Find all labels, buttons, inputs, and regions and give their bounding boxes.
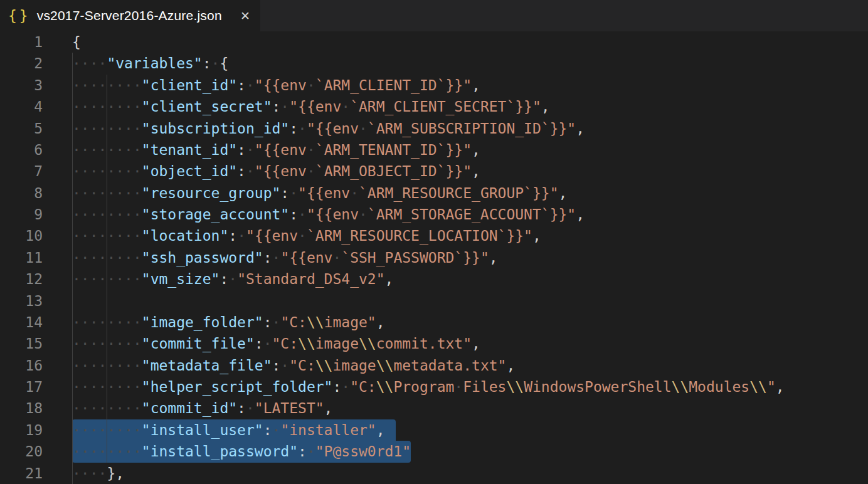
line-number[interactable]: 9 (0, 204, 43, 225)
line-number[interactable]: 8 (0, 182, 43, 204)
code-line[interactable]: 20········"install_password":·"P@ssw0rd1… (0, 441, 868, 462)
code-text: ········"resource_group":·"{{env·`ARM_RE… (72, 182, 567, 204)
line-number[interactable]: 5 (0, 118, 43, 139)
code-editor[interactable]: 1{2····"variables":·{3········"client_id… (0, 31, 868, 484)
line-number[interactable]: 3 (0, 75, 43, 96)
code-text: ········"subscription_id":·"{{env·`ARM_S… (72, 118, 585, 139)
tab-bar: {} vs2017-Server2016-Azure.json ✕ (0, 0, 868, 31)
code-text: ········"helper_script_folder":·"C:\\Pro… (72, 376, 785, 397)
line-number[interactable]: 11 (0, 247, 43, 268)
code-line[interactable]: 6········"tenant_id":·"{{env·`ARM_TENANT… (0, 139, 868, 160)
code-line[interactable]: 7········"object_id":·"{{env·`ARM_OBJECT… (0, 160, 868, 182)
code-line[interactable]: 11········"ssh_password":·"{{env·`SSH_PA… (0, 247, 868, 268)
code-line[interactable]: 4········"client_secret":·"{{env·`ARM_CL… (0, 96, 868, 117)
code-line[interactable]: 13 (0, 290, 868, 312)
line-number[interactable]: 1 (0, 31, 43, 53)
line-number[interactable]: 20 (0, 441, 43, 462)
line-number[interactable]: 12 (0, 268, 43, 290)
code-line[interactable]: 12········"vm_size":·"Standard_DS4_v2", (0, 268, 868, 290)
code-text: ········"storage_account":·"{{env·`ARM_S… (72, 204, 585, 225)
line-number[interactable]: 15 (0, 333, 43, 354)
code-line[interactable]: 9········"storage_account":·"{{env·`ARM_… (0, 204, 868, 225)
code-text: ········"install_password":·"P@ssw0rd1" (72, 441, 411, 462)
code-text: ········"metadata_file":·"C:\\image\\met… (72, 355, 515, 376)
line-number[interactable]: 7 (0, 160, 43, 182)
code-line[interactable]: 15········"commit_file":·"C:\\image\\com… (0, 333, 868, 354)
code-text: ········"location":·"{{env·`ARM_RESOURCE… (72, 225, 541, 246)
code-text: ········"vm_size":·"Standard_DS4_v2", (72, 268, 393, 290)
line-number[interactable]: 4 (0, 96, 43, 117)
code-line[interactable]: 1{ (0, 31, 868, 53)
code-text: ········"ssh_password":·"{{env·`SSH_PASS… (72, 247, 498, 268)
tab-title: vs2017-Server2016-Azure.json (37, 8, 235, 23)
code-line[interactable]: 2····"variables":·{ (0, 53, 868, 74)
code-line[interactable]: 21····}, (0, 463, 868, 484)
code-text: ········"client_secret":·"{{env·`ARM_CLI… (72, 96, 550, 117)
vscode-window: { "tab": { "title": "vs2017-Server2016-A… (0, 0, 868, 484)
line-number[interactable]: 18 (0, 397, 43, 419)
code-line[interactable]: 19········"install_user":·"installer", (0, 419, 868, 441)
line-number[interactable]: 2 (0, 53, 43, 74)
json-file-icon: {} (8, 8, 31, 24)
line-number[interactable]: 14 (0, 312, 43, 333)
code-line[interactable]: 10········"location":·"{{env·`ARM_RESOUR… (0, 225, 868, 246)
line-number[interactable]: 6 (0, 139, 43, 160)
code-line[interactable]: 14········"image_folder":·"C:\\image", (0, 312, 868, 333)
code-text: ········"object_id":·"{{env·`ARM_OBJECT_… (72, 160, 480, 182)
code-line[interactable]: 18········"commit_id":·"LATEST", (0, 397, 868, 419)
line-number[interactable]: 16 (0, 355, 43, 376)
code-line[interactable]: 17········"helper_script_folder":·"C:\\P… (0, 376, 868, 397)
code-text: ········"tenant_id":·"{{env·`ARM_TENANT_… (72, 139, 480, 160)
code-text: ········"commit_file":·"C:\\image\\commi… (72, 333, 480, 354)
code-text: { (72, 31, 81, 53)
code-line[interactable]: 3········"client_id":·"{{env·`ARM_CLIENT… (0, 75, 868, 96)
line-number[interactable]: 13 (0, 290, 43, 312)
line-number[interactable]: 21 (0, 463, 43, 484)
code-text: ········"image_folder":·"C:\\image", (72, 312, 385, 333)
code-text: ····"variables":·{ (72, 53, 228, 74)
line-number[interactable]: 17 (0, 376, 43, 397)
code-text: ········"commit_id":·"LATEST", (72, 397, 332, 419)
line-number[interactable]: 19 (0, 419, 43, 441)
line-number[interactable]: 10 (0, 225, 43, 246)
code-line[interactable]: 8········"resource_group":·"{{env·`ARM_R… (0, 182, 868, 204)
code-text: ····}, (72, 463, 124, 484)
tab-vs2017-server2016-azure-json[interactable]: {} vs2017-Server2016-Azure.json ✕ (0, 0, 260, 31)
code-line[interactable]: 5········"subscription_id":·"{{env·`ARM_… (0, 118, 868, 139)
code-line[interactable]: 16········"metadata_file":·"C:\\image\\m… (0, 355, 868, 376)
close-tab-icon[interactable]: ✕ (240, 10, 250, 22)
code-text: ········"install_user":·"installer", (72, 419, 385, 441)
code-text: ········"client_id":·"{{env·`ARM_CLIENT_… (72, 75, 480, 96)
